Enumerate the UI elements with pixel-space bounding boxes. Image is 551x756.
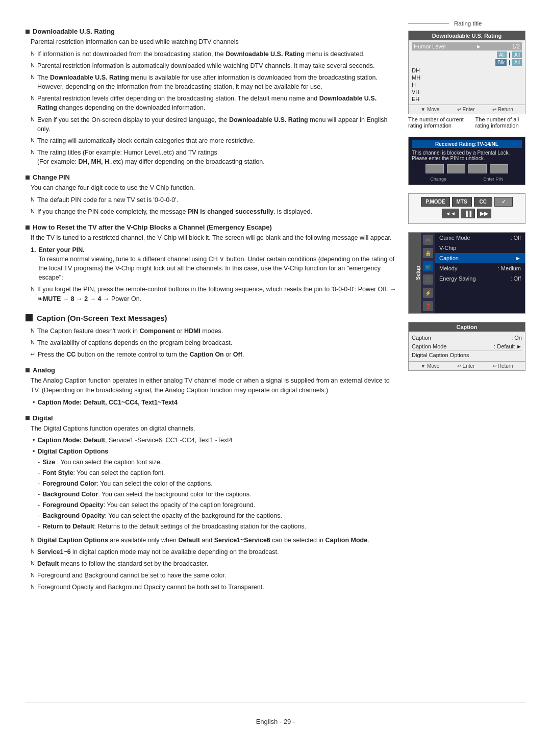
- note-icon: N: [31, 62, 35, 70]
- setup-menu-label-gamemode: Game Mode: [439, 235, 470, 241]
- section-title: Downloadable U.S. Rating: [33, 28, 115, 35]
- note-icon: N: [31, 50, 35, 58]
- remote-panel: P.MODE MTS CC ✓ ◄◄ ▐▐ ▶▶: [408, 193, 525, 224]
- pin-box-2: [447, 164, 465, 173]
- setup-sidebar: Setup: [409, 233, 421, 313]
- caption-panel-row-digital-options: Digital Caption Options: [412, 351, 522, 359]
- caption-panel-footer: ▼ Move ↵ Enter ↩ Return: [409, 361, 525, 370]
- section-title: Change PIN: [33, 173, 70, 181]
- remote-btn-cc[interactable]: CC: [474, 197, 492, 207]
- nav-return: ↩ Return: [492, 107, 513, 112]
- note-text: The rating will automatically block cert…: [37, 136, 398, 145]
- bullet-item: Digital Caption Options: [33, 447, 398, 456]
- remote-btn-check[interactable]: ✓: [494, 197, 513, 207]
- setup-sidebar-label: Setup: [415, 266, 421, 280]
- note-item: N The Caption feature doesn't work in Co…: [31, 326, 398, 336]
- note-text: Digital Caption Options are available on…: [37, 536, 398, 545]
- caption-section-header: Caption (On-Screen Text Messages): [26, 314, 398, 322]
- rating-panel-title: Downloadable U.S. Rating: [409, 31, 525, 40]
- note-item: N Even if you set the On-screen display …: [31, 115, 398, 134]
- left-column: Downloadable U.S. Rating Parental restri…: [26, 20, 398, 594]
- step-text: Enter your PIN. To resume normal viewing…: [38, 245, 398, 283]
- section-title: How to Reset the TV after the V-Chip Blo…: [33, 223, 272, 231]
- note-text: Even if you set the On-screen display to…: [37, 115, 398, 134]
- badge-separator: |: [509, 52, 510, 58]
- dash-text: Background Opacity: You can select the o…: [42, 511, 282, 520]
- note-item: N The rating titles (For example: Humor …: [31, 148, 398, 166]
- humor-value: 1/2: [512, 43, 520, 49]
- setup-menu-row-melody: Melody : Medium: [435, 263, 525, 273]
- note-list-pin: N The default PIN code for a new TV set …: [31, 195, 398, 216]
- setup-menu-label-caption: Caption: [439, 255, 459, 261]
- remote-btn-pause[interactable]: ▐▐: [461, 209, 475, 218]
- note-item: N Service1~6 in digital caption mode may…: [31, 547, 398, 557]
- caption-row-label: Caption: [412, 335, 431, 341]
- note-item: N Foreground and Background cannot be se…: [31, 571, 398, 580]
- rating-info-current: The number of current rating information: [408, 116, 465, 129]
- blocked-title: Received Rating:TV-14/NL: [412, 140, 522, 148]
- rating-panel-body: Humor Level ► 1/2 All | All Blk | Al: [409, 40, 525, 105]
- note-item: N Parental restriction information is au…: [31, 61, 398, 70]
- rating-panel-footer: ▼ Move ↵ Enter ↩ Return: [409, 105, 525, 114]
- note-list-caption-bottom: N Digital Caption Options are available …: [31, 536, 398, 592]
- rating-ui-panel: Downloadable U.S. Rating Humor Level ► 1…: [408, 31, 525, 114]
- note-icon: N: [31, 339, 35, 347]
- footer-page-num: - 29 -: [280, 718, 295, 725]
- badge-all: All: [497, 52, 507, 58]
- dash-item: Font Style: You can select the caption f…: [38, 468, 398, 477]
- remote-btn-pmode[interactable]: P.MODE: [421, 197, 449, 207]
- rating-title-row: Rating title: [408, 20, 525, 28]
- bullet-text: Caption Mode: Default, Service1~Service6…: [37, 436, 232, 445]
- dash-text: Return to Default: Returns to the defaul…: [42, 522, 306, 531]
- rating-row-h: H: [412, 81, 522, 88]
- note-icon: N: [31, 116, 35, 124]
- remote-btn-mts[interactable]: MTS: [452, 197, 472, 207]
- note-icon: ↵: [31, 350, 35, 359]
- note-text: Service1~6 in digital caption mode may n…: [37, 547, 398, 557]
- badge-row2: Blk | All: [412, 59, 522, 66]
- rating-row-vh: VH: [412, 88, 522, 95]
- setup-icons-column: 🎮 🔒 📺 🎵 ⚡ ❓: [421, 233, 435, 313]
- remote-btn-rewind[interactable]: ◄◄: [442, 209, 459, 218]
- note-item: N The default PIN code for a new TV set …: [31, 195, 398, 205]
- note-item: N The rating will automatically block ce…: [31, 136, 398, 145]
- rating-info: The number of current rating information…: [408, 116, 525, 129]
- section-digital: Digital: [26, 414, 398, 422]
- rating-info-all: The number of all rating information: [475, 116, 525, 129]
- note-item: ↵ Press the CC button on the remote cont…: [31, 350, 398, 359]
- rating-row-eh: EH: [412, 95, 522, 103]
- pin-box-1: [425, 164, 444, 173]
- analog-bullets: Caption Mode: Default, CC1~CC4, Text1~Te…: [33, 398, 398, 407]
- footer-language: English: [256, 718, 278, 725]
- dash-item: Return to Default: Returns to the defaul…: [38, 522, 398, 531]
- section-analog: Analog: [26, 366, 398, 374]
- dash-item: Size : You can select the caption font s…: [38, 458, 398, 467]
- note-text: The Downloadable U.S. Rating menu is ava…: [37, 73, 398, 91]
- dash-text: Font Style: You can select the caption f…: [42, 468, 165, 477]
- caption-panel-row-caption: Caption : On: [412, 334, 522, 342]
- section-bullet: [26, 225, 30, 230]
- dash-text: Background Color: You can select the bac…: [42, 490, 251, 499]
- section-bullet: [26, 416, 30, 420]
- setup-icon-vchip: 🔒: [423, 248, 433, 258]
- setup-menu-row-caption[interactable]: Caption ►: [435, 253, 525, 263]
- note-text: Default means to follow the standard set…: [37, 559, 398, 568]
- bullet-text: Digital Caption Options: [37, 447, 108, 456]
- num-item: 1. Enter your PIN. To resume normal view…: [31, 245, 398, 283]
- section-downloadable-rating: Downloadable U.S. Rating: [26, 28, 398, 35]
- dash-item: Background Opacity: You can select the o…: [38, 511, 398, 520]
- rating-row-dh: DH: [412, 67, 522, 74]
- note-text: The Caption feature doesn't work in Comp…: [37, 326, 398, 336]
- blocked-channel-panel: Received Rating:TV-14/NL This channel is…: [408, 137, 525, 185]
- note-icon: N: [31, 560, 35, 568]
- note-icon: N: [31, 137, 35, 145]
- note-icon: N: [31, 536, 35, 544]
- section-title: Analog: [33, 366, 55, 374]
- remote-btn-ff[interactable]: ▶▶: [477, 209, 491, 218]
- caption-panel-body: Caption : On Caption Mode : Default ► Di…: [409, 332, 525, 361]
- setup-icon-caption: 📺: [423, 261, 433, 271]
- note-item: N Default means to follow the standard s…: [31, 559, 398, 568]
- note-icon: N: [31, 327, 35, 335]
- blocked-change: Change: [430, 177, 446, 182]
- note-icon: N: [31, 208, 35, 216]
